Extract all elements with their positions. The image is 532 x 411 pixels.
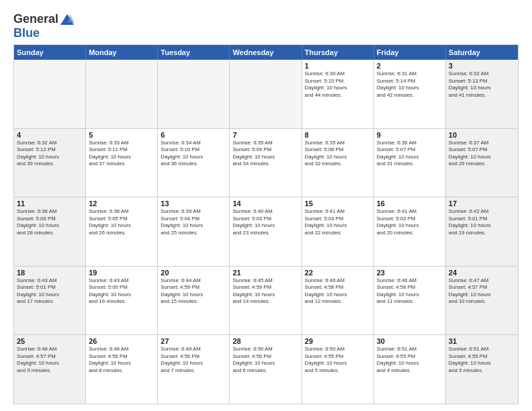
day-cell-16: 16Sunrise: 6:41 AM Sunset: 5:02 PM Dayli… — [374, 197, 446, 266]
day-info: Sunrise: 6:30 AM Sunset: 5:15 PM Dayligh… — [305, 71, 371, 99]
day-number: 22 — [305, 269, 371, 277]
day-cell-9: 9Sunrise: 6:36 AM Sunset: 5:07 PM Daylig… — [374, 129, 446, 197]
day-info: Sunrise: 6:48 AM Sunset: 4:56 PM Dayligh… — [89, 346, 154, 374]
header-day-saturday: Saturday — [446, 45, 518, 60]
calendar-row-2: 4Sunrise: 6:32 AM Sunset: 5:12 PM Daylig… — [14, 128, 518, 197]
day-number: 26 — [89, 337, 154, 345]
day-cell-11: 11Sunrise: 6:38 AM Sunset: 5:06 PM Dayli… — [14, 197, 86, 266]
day-number: 31 — [449, 337, 515, 345]
day-number: 5 — [89, 131, 154, 139]
day-info: Sunrise: 6:38 AM Sunset: 5:05 PM Dayligh… — [89, 208, 154, 236]
header-day-monday: Monday — [86, 45, 158, 60]
day-info: Sunrise: 6:50 AM Sunset: 4:55 PM Dayligh… — [305, 346, 371, 374]
day-number: 7 — [232, 131, 298, 139]
header-day-friday: Friday — [374, 45, 446, 60]
day-cell-27: 27Sunrise: 6:49 AM Sunset: 4:56 PM Dayli… — [158, 335, 230, 404]
day-cell-1: 1Sunrise: 6:30 AM Sunset: 5:15 PM Daylig… — [302, 60, 374, 128]
header-day-sunday: Sunday — [14, 45, 86, 60]
day-number: 19 — [89, 269, 154, 277]
day-info: Sunrise: 6:43 AM Sunset: 5:01 PM Dayligh… — [17, 277, 83, 306]
day-info: Sunrise: 6:39 AM Sunset: 5:04 PM Dayligh… — [161, 208, 226, 236]
day-info: Sunrise: 6:36 AM Sunset: 5:07 PM Dayligh… — [377, 140, 443, 168]
day-info: Sunrise: 6:47 AM Sunset: 4:57 PM Dayligh… — [449, 277, 515, 306]
calendar-header: SundayMondayTuesdayWednesdayThursdayFrid… — [14, 45, 518, 60]
day-cell-31: 31Sunrise: 6:51 AM Sunset: 4:55 PM Dayli… — [446, 335, 518, 404]
day-number: 25 — [17, 337, 83, 345]
day-number: 15 — [305, 199, 371, 208]
day-info: Sunrise: 6:46 AM Sunset: 4:58 PM Dayligh… — [305, 277, 371, 306]
day-number: 29 — [305, 337, 371, 345]
day-info: Sunrise: 6:48 AM Sunset: 4:57 PM Dayligh… — [17, 346, 83, 374]
day-info: Sunrise: 6:35 AM Sunset: 5:08 PM Dayligh… — [305, 140, 371, 168]
logo: General Blue — [13, 12, 75, 40]
day-cell-29: 29Sunrise: 6:50 AM Sunset: 4:55 PM Dayli… — [302, 335, 374, 404]
day-info: Sunrise: 6:46 AM Sunset: 4:58 PM Dayligh… — [377, 277, 443, 306]
day-cell-23: 23Sunrise: 6:46 AM Sunset: 4:58 PM Dayli… — [374, 267, 446, 335]
day-cell-13: 13Sunrise: 6:39 AM Sunset: 5:04 PM Dayli… — [158, 197, 230, 266]
day-cell-5: 5Sunrise: 6:33 AM Sunset: 5:11 PM Daylig… — [86, 129, 158, 197]
day-number: 28 — [232, 337, 298, 345]
calendar-row-1: 1Sunrise: 6:30 AM Sunset: 5:15 PM Daylig… — [14, 60, 518, 128]
calendar-row-3: 11Sunrise: 6:38 AM Sunset: 5:06 PM Dayli… — [14, 197, 518, 266]
header-day-tuesday: Tuesday — [158, 45, 230, 60]
day-info: Sunrise: 6:32 AM Sunset: 5:12 PM Dayligh… — [17, 140, 83, 168]
day-cell-7: 7Sunrise: 6:35 AM Sunset: 5:09 PM Daylig… — [230, 129, 302, 197]
calendar: SundayMondayTuesdayWednesdayThursdayFrid… — [13, 44, 519, 404]
empty-cell — [86, 60, 158, 128]
day-info: Sunrise: 6:44 AM Sunset: 4:59 PM Dayligh… — [161, 277, 226, 306]
day-number: 24 — [449, 269, 515, 277]
day-cell-19: 19Sunrise: 6:43 AM Sunset: 5:00 PM Dayli… — [86, 267, 158, 335]
day-number: 23 — [377, 269, 443, 277]
day-cell-6: 6Sunrise: 6:34 AM Sunset: 5:10 PM Daylig… — [158, 129, 230, 197]
calendar-row-4: 18Sunrise: 6:43 AM Sunset: 5:01 PM Dayli… — [14, 266, 518, 335]
day-number: 11 — [17, 199, 83, 208]
day-cell-20: 20Sunrise: 6:44 AM Sunset: 4:59 PM Dayli… — [158, 267, 230, 335]
day-info: Sunrise: 6:33 AM Sunset: 5:11 PM Dayligh… — [89, 140, 154, 168]
day-cell-18: 18Sunrise: 6:43 AM Sunset: 5:01 PM Dayli… — [14, 267, 86, 335]
day-cell-30: 30Sunrise: 6:51 AM Sunset: 4:55 PM Dayli… — [374, 335, 446, 404]
day-number: 2 — [377, 62, 443, 70]
logo-icon — [60, 13, 75, 26]
day-cell-2: 2Sunrise: 6:31 AM Sunset: 5:14 PM Daylig… — [374, 60, 446, 128]
day-cell-10: 10Sunrise: 6:37 AM Sunset: 5:07 PM Dayli… — [446, 129, 518, 197]
day-info: Sunrise: 6:38 AM Sunset: 5:06 PM Dayligh… — [17, 208, 83, 236]
day-number: 6 — [161, 131, 226, 139]
empty-cell — [230, 60, 302, 128]
day-cell-24: 24Sunrise: 6:47 AM Sunset: 4:57 PM Dayli… — [446, 267, 518, 335]
day-info: Sunrise: 6:41 AM Sunset: 5:02 PM Dayligh… — [377, 208, 443, 236]
logo-general-text: General — [13, 12, 58, 26]
day-number: 4 — [17, 131, 83, 139]
day-info: Sunrise: 6:41 AM Sunset: 5:03 PM Dayligh… — [305, 208, 371, 236]
day-number: 20 — [161, 269, 226, 277]
day-info: Sunrise: 6:37 AM Sunset: 5:07 PM Dayligh… — [449, 140, 515, 168]
day-info: Sunrise: 6:49 AM Sunset: 4:56 PM Dayligh… — [161, 346, 226, 374]
day-cell-21: 21Sunrise: 6:45 AM Sunset: 4:59 PM Dayli… — [230, 267, 302, 335]
svg-marker-1 — [68, 14, 75, 23]
day-number: 16 — [377, 199, 443, 208]
day-number: 21 — [232, 269, 298, 277]
day-number: 9 — [377, 131, 443, 139]
day-info: Sunrise: 6:50 AM Sunset: 4:56 PM Dayligh… — [232, 346, 298, 374]
day-info: Sunrise: 6:51 AM Sunset: 4:55 PM Dayligh… — [377, 346, 443, 374]
day-number: 3 — [449, 62, 515, 70]
day-cell-15: 15Sunrise: 6:41 AM Sunset: 5:03 PM Dayli… — [302, 197, 374, 266]
day-number: 27 — [161, 337, 226, 345]
empty-cell — [14, 60, 86, 128]
day-cell-28: 28Sunrise: 6:50 AM Sunset: 4:56 PM Dayli… — [230, 335, 302, 404]
calendar-row-5: 25Sunrise: 6:48 AM Sunset: 4:57 PM Dayli… — [14, 334, 518, 404]
day-cell-8: 8Sunrise: 6:35 AM Sunset: 5:08 PM Daylig… — [302, 129, 374, 197]
day-info: Sunrise: 6:31 AM Sunset: 5:14 PM Dayligh… — [377, 71, 443, 99]
day-cell-12: 12Sunrise: 6:38 AM Sunset: 5:05 PM Dayli… — [86, 197, 158, 266]
page: General Blue SundayMondayTuesdayWednesda… — [0, 0, 532, 411]
day-info: Sunrise: 6:35 AM Sunset: 5:09 PM Dayligh… — [232, 140, 298, 168]
day-number: 13 — [161, 199, 226, 208]
logo-blue-text: Blue — [13, 26, 40, 40]
day-number: 10 — [449, 131, 515, 139]
day-number: 8 — [305, 131, 371, 139]
day-info: Sunrise: 6:45 AM Sunset: 4:59 PM Dayligh… — [232, 277, 298, 306]
day-cell-25: 25Sunrise: 6:48 AM Sunset: 4:57 PM Dayli… — [14, 335, 86, 404]
day-info: Sunrise: 6:43 AM Sunset: 5:00 PM Dayligh… — [89, 277, 154, 306]
day-cell-4: 4Sunrise: 6:32 AM Sunset: 5:12 PM Daylig… — [14, 129, 86, 197]
day-number: 14 — [232, 199, 298, 208]
day-number: 1 — [305, 62, 371, 70]
